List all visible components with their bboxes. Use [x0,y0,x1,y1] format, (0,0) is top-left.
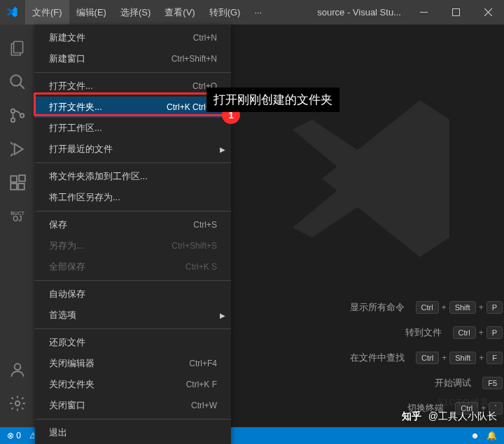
status-errors[interactable]: ⊗ 0 [7,431,21,440]
menu-item-label: 打开最近的文件 [49,143,113,155]
titlebar: 文件(F) 编辑(E) 选择(S) 查看(V) 转到(G) ··· source… [0,0,504,25]
minimize-button[interactable] [407,0,440,25]
notification-bell-icon[interactable]: 🔔 [486,431,497,440]
window-controls [407,0,504,25]
menu-item-label: 关闭窗口 [49,399,85,412]
activity-bar: BUCTOJ [0,25,35,427]
menu-item-shortcut: Ctrl+W [191,401,217,410]
hint-row: 在文件中查找 Ctrl+ Shift+ F [273,352,504,364]
svg-rect-11 [19,175,25,181]
svg-rect-1 [452,9,459,16]
tutorial-annotation: 打开刚刚创建的文件夹 [206,88,340,112]
menu-item-label: 关闭编辑器 [49,357,94,370]
menu-item[interactable]: 打开文件夹...Ctrl+K Ctrl+O [35,97,231,118]
source-control-icon[interactable] [1,99,34,132]
settings-gear-icon[interactable] [1,387,34,420]
svg-rect-8 [10,176,17,182]
menu-item-shortcut: Ctrl+Shift+N [172,54,217,64]
menu-item-shortcut: Ctrl+S [193,220,217,230]
svg-rect-9 [10,183,17,190]
menu-item[interactable]: 关闭编辑器Ctrl+F4 [35,353,231,374]
menu-item[interactable]: 首选项▶ [35,305,231,326]
zhihu-logo: 知乎 [402,410,421,422]
menu-item[interactable]: 关闭文件夹Ctrl+K F [35,374,231,395]
svg-rect-2 [14,41,23,53]
explorer-icon[interactable] [1,32,34,65]
menu-file[interactable]: 文件(F) [25,0,69,25]
menu-go[interactable]: 转到(G) [202,0,248,25]
svg-point-5 [11,118,15,122]
menu-item[interactable]: 关闭窗口Ctrl+W [35,395,231,416]
hint-row: 显示所有命令 Ctrl+ Shift+ P [273,301,504,314]
menu-view[interactable]: 查看(V) [158,0,202,25]
menu-item[interactable]: 新建文件Ctrl+N [35,27,231,48]
key: Ctrl [416,301,439,314]
menu-separator [35,211,231,211]
menu-item[interactable]: 打开文件...Ctrl+O [35,76,231,97]
menu-item-label: 新建文件 [49,32,85,44]
account-icon[interactable] [1,353,34,387]
key: Shift [449,301,476,314]
maximize-button[interactable] [440,0,472,25]
menu-item-label: 将工作区另存为... [49,191,120,204]
menu-item-label: 打开文件夹... [49,101,102,113]
extensions-icon[interactable] [1,166,34,200]
author-name: @工具人小队长 [428,410,497,422]
svg-point-3 [10,75,21,85]
hint-row: 转到文件 Ctrl+ P [273,326,504,339]
menu-edit[interactable]: 编辑(E) [69,0,113,25]
menu-separator [35,328,231,329]
watermark: 51CTO博客 [438,396,490,409]
menu-item[interactable]: 打开工作区... [35,118,231,139]
menu-item-shortcut: Ctrl+Shift+S [172,241,217,251]
menu-item-label: 首选项 [49,309,76,321]
svg-rect-0 [420,12,428,13]
menu-item[interactable]: 保存Ctrl+S [35,214,231,235]
menu-item[interactable]: 新建窗口Ctrl+Shift+N [35,48,231,69]
key: F [486,352,503,364]
menu-item-shortcut: Ctrl+K S [186,262,217,272]
menu-item[interactable]: 将工作区另存为... [35,187,231,208]
close-button[interactable] [472,0,504,25]
menu-selection[interactable]: 选择(S) [113,0,158,25]
file-menu-dropdown: 新建文件Ctrl+N新建窗口Ctrl+Shift+N打开文件...Ctrl+O打… [35,25,231,444]
menu-item: 另存为...Ctrl+Shift+S [35,235,231,256]
menu-item[interactable]: 还原文件 [35,332,231,353]
key: F5 [482,377,503,389]
menu-item-label: 退出 [49,426,67,439]
svg-point-12 [15,363,21,370]
key: Ctrl [416,352,439,364]
chevron-right-icon: ▶ [220,146,225,153]
menu-overflow[interactable]: ··· [247,0,269,25]
vscode-logo-icon [6,6,20,20]
menu-item[interactable]: 打开最近的文件▶ [35,139,231,160]
menu-item[interactable]: 退出 [35,422,231,443]
menu-item: 全部保存Ctrl+K S [35,256,231,277]
key: Shift [449,352,476,364]
menu-item-shortcut: Ctrl+N [193,33,217,43]
search-icon[interactable] [1,65,34,99]
menu-item-label: 关闭文件夹 [49,378,94,391]
window-title: source - Visual Stu... [269,7,407,18]
menu-separator [35,72,231,73]
feedback-icon[interactable]: ☻ [470,431,479,440]
oj-icon[interactable]: BUCTOJ [1,200,34,233]
menu-item-label: 还原文件 [49,336,85,349]
menu-item-label: 另存为... [49,240,84,252]
menu-item[interactable]: 自动保存 [35,284,231,305]
key: P [486,326,503,339]
svg-marker-7 [15,144,23,154]
svg-rect-10 [18,183,24,190]
menu-item-label: 新建窗口 [49,53,85,65]
menu-item-label: 保存 [49,218,67,231]
menu-item-label: 全部保存 [49,261,85,273]
key: Ctrl [453,326,476,339]
menu-item[interactable]: 将文件夹添加到工作区... [35,166,231,187]
menu-item-shortcut: Ctrl+K F [186,380,217,389]
svg-point-4 [11,109,15,113]
menu-separator [35,280,231,281]
debug-icon[interactable] [1,132,34,166]
key: P [486,301,503,314]
menu-item-label: 自动保存 [49,288,85,300]
menu-item-shortcut: Ctrl+F4 [189,359,217,368]
